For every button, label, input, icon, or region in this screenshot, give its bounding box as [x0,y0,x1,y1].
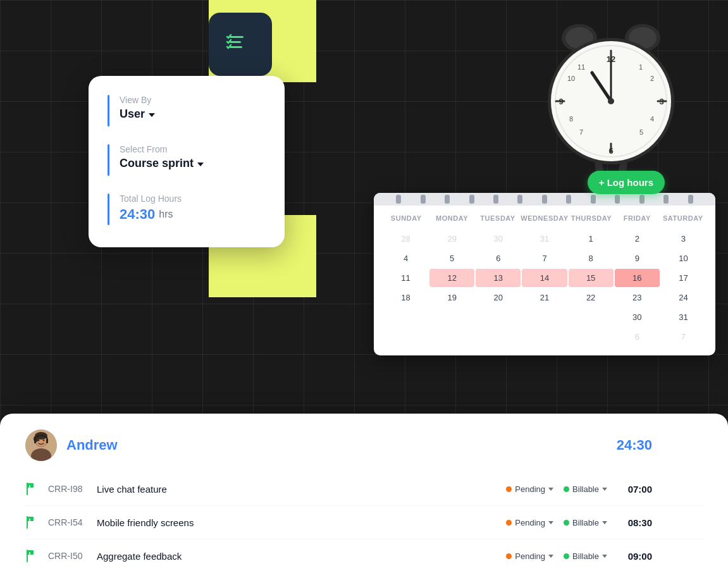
view-by-dropdown[interactable]: User [120,108,155,121]
billable-dot [564,553,569,559]
cal-cell[interactable]: 19 [429,288,474,307]
task-name: Mobile friendly screens [97,517,506,528]
calendar-header: SUNDAY MONDAY TUESDAY WEDNESDAY THURSDAY… [383,212,706,225]
svg-text:6: 6 [608,146,613,156]
cal-cell[interactable]: 30 [476,230,521,248]
cal-cell[interactable]: 3 [661,230,706,248]
spiral-dot [663,195,669,204]
cal-cell[interactable]: 31 [661,308,706,326]
cal-cell[interactable]: 31 [522,230,567,248]
svg-text:4: 4 [650,115,654,123]
svg-rect-2 [230,46,242,48]
select-from-dropdown[interactable]: Course sprint [120,157,204,170]
spiral-dot [421,195,426,204]
cal-cell[interactable]: 5 [429,249,474,268]
status-badge[interactable]: Pending [506,551,553,561]
spiral-dot [396,195,401,204]
svg-text:8: 8 [569,115,573,123]
status-badge[interactable]: Pending [506,484,553,494]
cal-cell[interactable]: 2 [615,230,660,248]
billing-chevron-icon [602,488,607,491]
spiral-dot [615,195,620,204]
view-by-section: View By User [108,95,266,126]
cal-cell[interactable]: 23 [615,288,660,307]
billing-label: Billable [572,551,599,561]
cal-cell [429,328,474,346]
cal-cell[interactable]: 10 [661,249,706,268]
select-from-label: Select From [120,144,204,154]
svg-text:5: 5 [639,128,643,136]
cal-cell-highlighted[interactable]: 13 [476,269,521,287]
svg-point-36 [43,440,45,441]
cal-cell[interactable]: 8 [569,249,614,268]
cal-cell-highlighted[interactable]: 12 [429,269,474,287]
cal-cell[interactable]: 28 [383,230,428,248]
cal-cell[interactable]: 21 [522,288,567,307]
svg-text:2: 2 [650,75,654,82]
cal-cell [569,308,614,326]
cal-cell[interactable]: 18 [383,288,428,307]
billing-label: Billable [572,484,599,494]
cal-cell [383,328,428,346]
log-hours-button[interactable]: + Log hours [588,171,665,194]
view-by-chevron-icon [149,113,155,117]
spiral-dot [469,195,474,204]
cal-cell[interactable]: 1 [569,230,614,248]
select-from-value: Course sprint [120,157,194,170]
total-log-value-row: 24:30 hrs [120,206,182,223]
svg-text:3: 3 [659,97,663,106]
billing-badge[interactable]: Billable [564,551,607,561]
clock-svg: 12 3 6 9 1 2 4 5 7 8 10 11 [545,9,677,180]
cal-cell[interactable]: 7 [522,249,567,268]
task-name: Live chat feature [97,484,506,495]
cal-cell[interactable]: 4 [383,249,428,268]
svg-rect-41 [27,483,34,488]
task-id: CRR-I50 [48,551,89,561]
cal-cell[interactable]: 17 [661,269,706,287]
cal-cell [569,328,614,346]
svg-rect-47 [27,550,34,555]
task-row: CRR-I54 Mobile friendly screens Pending … [25,506,703,539]
svg-text:10: 10 [567,75,575,82]
billable-dot [564,520,569,526]
select-from-content: Select From Course sprint [120,144,204,170]
billable-dot [564,486,569,492]
cal-cell[interactable]: 22 [569,288,614,307]
cal-cell[interactable]: 30 [615,308,660,326]
cal-cell[interactable]: 11 [383,269,428,287]
status-label: Pending [515,551,545,561]
cal-cell-highlighted[interactable]: 14 [522,269,567,287]
flag-icon [25,548,40,563]
status-chevron-icon [548,488,553,491]
svg-text:7: 7 [579,128,583,136]
cal-cell[interactable]: 7 [661,328,706,346]
billing-badge[interactable]: Billable [564,484,607,494]
flag-icon [25,515,40,530]
cal-cell[interactable]: 24 [661,288,706,307]
cal-cell-highlighted[interactable]: 15 [569,269,614,287]
task-time: 08:30 [617,517,652,528]
cal-cell[interactable]: 29 [429,230,474,248]
billing-badge[interactable]: Billable [564,518,607,527]
billing-label: Billable [572,518,599,527]
task-id: CRR-I54 [48,517,89,527]
cal-cell[interactable]: 6 [476,249,521,268]
cal-cell[interactable]: 20 [476,288,521,307]
cal-cell [522,308,567,326]
cal-cell-friday[interactable]: 16 [615,269,660,287]
task-row: CRR-I98 Live chat feature Pending Billab… [25,472,703,506]
cal-cell[interactable]: 9 [615,249,660,268]
pending-dot [506,486,512,492]
log-hours-label: + Log hours [599,177,653,188]
cal-cell [522,328,567,346]
cal-cell [429,308,474,326]
task-name: Aggregate feedback [97,551,506,562]
status-badge[interactable]: Pending [506,518,553,527]
cal-cell[interactable]: 6 [615,328,660,346]
select-from-chevron-icon [197,163,204,166]
section-border-2 [108,144,109,176]
section-border [108,95,109,126]
total-log-content: Total Log Hours 24:30 hrs [120,194,182,223]
select-from-section: Select From Course sprint [108,144,266,176]
calendar-spiral [374,193,715,206]
